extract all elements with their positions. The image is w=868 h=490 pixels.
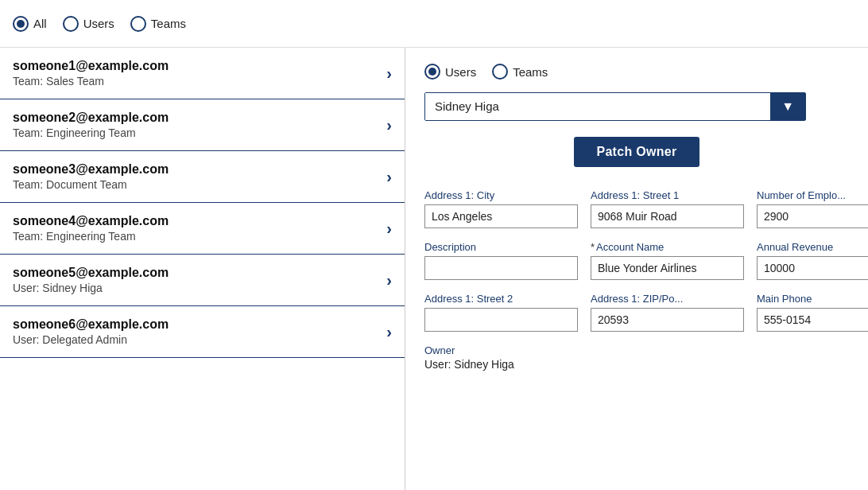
top-radio-bar: All Users Teams [0, 0, 868, 48]
dropdown-container: Sidney Higa ▼ [424, 92, 806, 121]
owner-label: Owner [424, 344, 849, 356]
list-item[interactable]: someone4@example.com Team: Engineering T… [0, 203, 405, 255]
list-item-text: someone2@example.com Team: Engineering T… [13, 111, 169, 139]
right-radio-teams-circle [492, 64, 508, 80]
field-label: Annual Revenue [757, 241, 833, 253]
right-radio-teams-label: Teams [513, 65, 548, 79]
list-item-text: someone1@example.com Team: Sales Team [13, 59, 169, 88]
list-item-team: Team: Engineering Team [13, 230, 169, 243]
list-item-text: someone3@example.com Team: Document Team [13, 162, 169, 191]
field-input[interactable] [424, 308, 578, 332]
form-field: Address 1: City [424, 189, 578, 228]
radio-users-label: Users [83, 17, 114, 30]
right-radio-users[interactable]: Users [424, 64, 476, 80]
field-input[interactable] [591, 308, 744, 332]
list-item-email: someone3@example.com [13, 162, 169, 177]
form-field: Address 1: Street 1 [591, 189, 744, 228]
field-label: Account Name [596, 241, 664, 253]
list-item[interactable]: someone2@example.com Team: Engineering T… [0, 99, 405, 151]
field-input[interactable] [591, 256, 744, 280]
field-input[interactable] [757, 256, 868, 280]
list-item-text: someone4@example.com Team: Engineering T… [13, 214, 169, 243]
dropdown-value: Sidney Higa [425, 93, 770, 120]
owner-value: User: Sidney Higa [424, 358, 849, 371]
chevron-right-icon: › [386, 168, 392, 186]
chevron-right-icon: › [386, 323, 392, 341]
form-field: * Account Name [591, 241, 744, 280]
chevron-right-icon: › [386, 116, 392, 134]
list-item[interactable]: someone6@example.com User: Delegated Adm… [0, 306, 405, 358]
form-field: Main Phone [757, 293, 868, 332]
right-top-radio: Users Teams [424, 64, 849, 80]
chevron-right-icon: › [386, 220, 392, 238]
radio-teams-circle [130, 16, 146, 32]
radio-users[interactable]: Users [63, 16, 114, 32]
chevron-right-icon: › [386, 271, 392, 290]
field-label: Address 1: ZIP/Po... [591, 293, 683, 305]
radio-teams-label: Teams [151, 17, 186, 30]
field-input[interactable] [424, 256, 578, 280]
field-label: Address 1: Street 1 [591, 189, 679, 201]
radio-all-circle [13, 16, 29, 32]
owner-section: Owner User: Sidney Higa [424, 344, 849, 371]
list-item[interactable]: someone5@example.com User: Sidney Higa › [0, 255, 405, 306]
field-label: Main Phone [757, 293, 812, 305]
list-item-team: User: Delegated Admin [13, 333, 169, 346]
list-item-team: Team: Document Team [13, 178, 169, 191]
left-panel: someone1@example.com Team: Sales Team › … [0, 48, 405, 490]
list-item-text: someone6@example.com User: Delegated Adm… [13, 317, 169, 346]
form-field: Description [424, 241, 578, 280]
form-field: Address 1: Street 2 [424, 293, 578, 332]
right-radio-users-label: Users [445, 65, 476, 79]
radio-all[interactable]: All [13, 16, 47, 32]
list-item[interactable]: someone1@example.com Team: Sales Team › [0, 48, 405, 99]
main-container: All Users Teams someone1@example.com Tea… [0, 0, 868, 490]
right-radio-users-circle [424, 64, 440, 80]
required-marker: * [591, 241, 595, 253]
chevron-right-icon: › [386, 64, 392, 83]
radio-all-label: All [33, 17, 47, 30]
list-item-team: Team: Engineering Team [13, 126, 169, 139]
form-field: Annual Revenue [757, 241, 868, 280]
list-item-email: someone6@example.com [13, 317, 169, 332]
patch-owner-button[interactable]: Patch Owner [574, 137, 699, 167]
form-grid: Address 1: CityAddress 1: Street 1Number… [424, 189, 849, 332]
list-item[interactable]: someone3@example.com Team: Document Team… [0, 151, 405, 203]
list-item-team: User: Sidney Higa [13, 282, 169, 294]
list-item-email: someone2@example.com [13, 111, 169, 125]
list-item-email: someone4@example.com [13, 214, 169, 228]
list-item-team: Team: Sales Team [13, 75, 169, 88]
field-input[interactable] [757, 204, 868, 228]
radio-users-circle [63, 16, 79, 32]
list-item-email: someone1@example.com [13, 59, 169, 73]
field-label: Description [424, 241, 476, 253]
field-input[interactable] [757, 308, 868, 332]
dropdown-button[interactable]: ▼ [770, 93, 805, 120]
right-radio-teams[interactable]: Teams [492, 64, 548, 80]
field-label: Number of Emplo... [757, 189, 846, 201]
field-label: Address 1: Street 2 [424, 293, 513, 305]
field-input[interactable] [591, 204, 744, 228]
field-input[interactable] [424, 204, 578, 228]
form-field: Address 1: ZIP/Po... [591, 293, 744, 332]
radio-teams[interactable]: Teams [130, 16, 186, 32]
list-item-text: someone5@example.com User: Sidney Higa [13, 266, 169, 294]
field-label: Address 1: City [424, 189, 494, 201]
right-panel: Users Teams Sidney Higa ▼ Patch Owner Ad… [405, 48, 868, 490]
list-item-email: someone5@example.com [13, 266, 169, 280]
form-field: Number of Emplo... [757, 189, 868, 228]
content-area: someone1@example.com Team: Sales Team › … [0, 48, 868, 490]
